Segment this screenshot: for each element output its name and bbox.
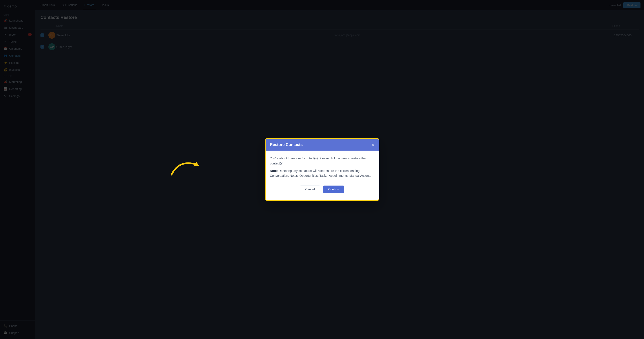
modal-close-button[interactable]: × <box>372 143 374 147</box>
svg-marker-0 <box>193 162 199 166</box>
note-label: Note: <box>270 169 278 172</box>
modal-note: Note: Restoring any contact(s) will also… <box>270 168 374 178</box>
arrow-annotation <box>168 152 207 180</box>
modal-divider <box>270 182 374 182</box>
modal-header: Restore Contacts × <box>266 139 378 150</box>
restore-contacts-modal: Restore Contacts × You're about to resto… <box>265 138 379 201</box>
confirm-button[interactable]: Confirm <box>323 186 344 193</box>
modal-message: You're about to restore 3 contact(s). Pl… <box>270 156 374 166</box>
note-text: Restoring any contact(s) will also resto… <box>270 169 371 178</box>
modal-body: You're about to restore 3 contact(s). Pl… <box>266 150 378 200</box>
cancel-button[interactable]: Cancel <box>300 186 320 193</box>
modal-title: Restore Contacts <box>270 142 303 147</box>
modal-overlay: Restore Contacts × You're about to resto… <box>0 0 644 339</box>
modal-footer: Cancel Confirm <box>270 186 374 195</box>
